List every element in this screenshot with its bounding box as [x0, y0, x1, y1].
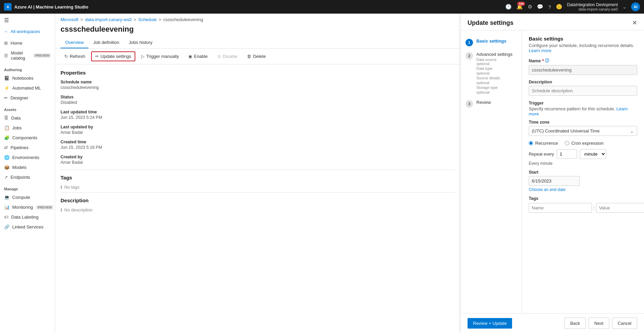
- sidebar-item-notebooks[interactable]: 📓 Notebooks: [0, 73, 55, 83]
- trigger-manually-button[interactable]: ▷ Trigger manually: [137, 52, 183, 61]
- recurrence-radio-input[interactable]: [529, 141, 533, 145]
- assets-title: Assets: [0, 105, 55, 113]
- panel-header: Update settings ✕: [461, 14, 644, 30]
- app-title: Azure AI | Machine Learning Studio: [14, 4, 88, 10]
- timezone-select[interactable]: (UTC) Coordinated Universal Time: [529, 126, 637, 136]
- back-to-workspaces[interactable]: ← All workspaces: [0, 27, 55, 36]
- sidebar-item-designer[interactable]: ✏ Designer: [0, 93, 55, 103]
- learn-more-link[interactable]: Learn more: [529, 48, 551, 53]
- tab-job-definition[interactable]: Job definition: [88, 37, 124, 48]
- workspace-info[interactable]: DataIntegration Devlopment data-import-c…: [567, 2, 618, 11]
- sidebar-item-label: Model catalog: [11, 50, 30, 61]
- tags-name-input[interactable]: [529, 203, 592, 213]
- enable-icon: ◉: [188, 54, 192, 59]
- wizard-step-advanced[interactable]: 2 Advanced settings Data source optional…: [461, 49, 522, 97]
- sidebar-item-pipelines[interactable]: ⇄ Pipelines: [0, 143, 55, 153]
- tags-row: : Add: [529, 203, 637, 213]
- panel-body: 1 Basic settings 2 Advanced settings Dat…: [461, 30, 644, 313]
- update-settings-label: Update settings: [101, 54, 131, 59]
- prop-value-schedule-name: cssscheduleevening: [61, 85, 455, 90]
- expand-icon[interactable]: ⌄: [623, 4, 626, 10]
- home-icon: ⊞: [4, 41, 8, 46]
- sidebar-item-data[interactable]: 🗄 Data: [0, 113, 55, 123]
- refresh-button[interactable]: ↻ Refresh: [61, 52, 89, 61]
- sidebar-item-monitoring[interactable]: 📊 Monitoring PREVIEW: [0, 202, 55, 212]
- properties-panel: Properties Schedule name cssscheduleeven…: [55, 64, 460, 333]
- enable-button[interactable]: ◉ Enable: [185, 52, 211, 61]
- sidebar-item-environments[interactable]: 🌐 Environments: [0, 153, 55, 162]
- monitoring-icon: 📊: [4, 205, 10, 210]
- update-settings-button[interactable]: ✏ Update settings: [91, 51, 135, 61]
- choose-end-date-link[interactable]: Choose an end date: [529, 187, 565, 192]
- cron-radio[interactable]: Cron expression: [565, 141, 604, 146]
- no-description-label: No description: [64, 207, 92, 212]
- form-section-desc: Configure your schedule, including recur…: [529, 43, 637, 53]
- start-date-wrapper: 📅: [529, 176, 580, 186]
- settings-icon[interactable]: ⚙: [528, 4, 532, 10]
- breadcrumb: Microsoft > data-import-canary-ws0 > Sch…: [55, 14, 460, 23]
- preview-badge: PREVIEW: [36, 205, 53, 209]
- step-sub-data-source: Data source: [476, 58, 512, 62]
- review-update-button[interactable]: Review + Update: [468, 318, 512, 329]
- disable-label: Disable: [223, 54, 237, 59]
- panel-form: Basic settings Configure your schedule, …: [522, 30, 644, 313]
- tags-value-input[interactable]: [596, 203, 644, 213]
- sidebar-item-endpoints[interactable]: ↗ Endpoints: [0, 172, 55, 182]
- sidebar-item-compute[interactable]: 💻 Compute: [0, 192, 55, 202]
- azure-icon: A: [4, 3, 12, 11]
- content-area: Microsoft > data-import-canary-ws0 > Sch…: [55, 14, 460, 333]
- user-avatar[interactable]: AI: [631, 2, 640, 11]
- hamburger-icon[interactable]: ☰: [0, 14, 55, 27]
- disable-button[interactable]: ⊘ Disable: [214, 52, 241, 61]
- sidebar-item-linked-services[interactable]: 🔗 Linked Services: [0, 222, 55, 232]
- authoring-title: Authoring: [0, 65, 55, 73]
- step-label-review: Review: [476, 100, 491, 105]
- sidebar-section-main: ⊞ Home ☰ Model catalog PREVIEW: [0, 38, 55, 63]
- recurrence-label: Recurrence: [535, 141, 558, 146]
- panel-close-button[interactable]: ✕: [632, 19, 637, 27]
- wizard-step-review[interactable]: 3 Review: [461, 97, 522, 110]
- step-num-1: 1: [465, 39, 473, 46]
- wizard-step-basic[interactable]: 1 Basic settings: [461, 36, 522, 49]
- no-description: ℹ No description: [61, 207, 455, 212]
- repeat-every-input[interactable]: [557, 149, 577, 159]
- sidebar-item-automated-ml[interactable]: ⚡ Automated ML: [0, 83, 55, 93]
- sidebar-item-models[interactable]: 📦 Models: [0, 162, 55, 172]
- breadcrumb-microsoft[interactable]: Microsoft: [61, 17, 79, 22]
- cancel-button[interactable]: Cancel: [612, 318, 637, 329]
- sidebar-item-jobs[interactable]: 📋 Jobs: [0, 123, 55, 133]
- sidebar-item-components[interactable]: 🧩 Components: [0, 133, 55, 143]
- info-icon: ℹ: [61, 185, 62, 190]
- sidebar-item-label: Jobs: [12, 125, 21, 130]
- delete-label: Delete: [253, 54, 266, 59]
- cron-radio-input[interactable]: [565, 141, 569, 145]
- endpoints-icon: ↗: [4, 175, 8, 180]
- tab-overview[interactable]: Overview: [61, 37, 88, 48]
- breadcrumb-schedule[interactable]: Schedule: [138, 17, 156, 22]
- delete-button[interactable]: 🗑 Delete: [243, 52, 270, 61]
- back-button[interactable]: Back: [564, 318, 586, 329]
- linked-services-icon: 🔗: [4, 224, 10, 229]
- sidebar-item-home[interactable]: ⊞ Home: [0, 38, 55, 48]
- next-button[interactable]: Next: [589, 318, 609, 329]
- sidebar-item-data-labeling[interactable]: 🏷 Data Labeling: [0, 212, 55, 222]
- recurrence-radio[interactable]: Recurrence: [529, 141, 558, 146]
- face-icon[interactable]: 🙂: [556, 4, 562, 10]
- repeat-unit-select[interactable]: minute hour day: [580, 149, 606, 159]
- help-icon[interactable]: ?: [548, 4, 551, 10]
- feedback-icon[interactable]: 💬: [537, 4, 543, 10]
- breadcrumb-workspace[interactable]: data-import-canary-ws0: [85, 17, 132, 22]
- name-input[interactable]: [529, 65, 637, 75]
- description-input[interactable]: [529, 86, 637, 96]
- history-icon[interactable]: 🕐: [505, 4, 512, 10]
- refresh-label: Refresh: [70, 54, 85, 59]
- prop-value-last-updated-by: Amar Badal: [61, 130, 455, 135]
- sidebar-item-model-catalog[interactable]: ☰ Model catalog PREVIEW: [0, 48, 55, 63]
- notifications[interactable]: 🔔 100: [516, 4, 523, 10]
- enable-label: Enable: [194, 54, 207, 59]
- info-icon2: ℹ: [61, 207, 62, 212]
- tags-form-label: Tags: [529, 196, 637, 201]
- repeat-every-label: Repeat every: [529, 152, 554, 157]
- start-date-input[interactable]: [529, 176, 580, 186]
- tab-jobs-history[interactable]: Jobs history: [124, 37, 157, 48]
